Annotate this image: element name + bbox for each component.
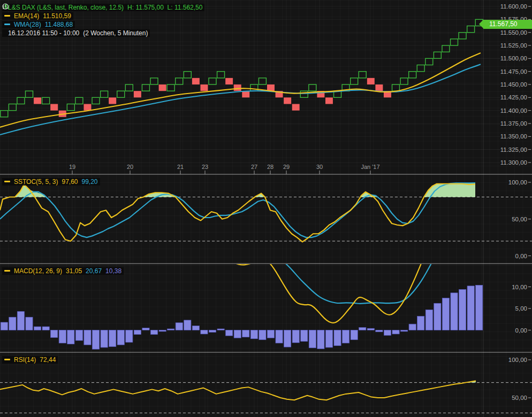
macd-bar xyxy=(192,326,199,330)
up-brick xyxy=(425,58,433,65)
up-brick xyxy=(117,91,125,97)
instrument-row: L&S DAX (L&S, last, Renko, close, 12.5) … xyxy=(2,3,204,11)
rsi-legend: RSI(14) 72,44 xyxy=(2,356,58,364)
macd-bar xyxy=(142,328,149,330)
macd-bar xyxy=(292,330,299,343)
svg-text:29: 29 xyxy=(283,164,290,170)
macd-value: 31,05 xyxy=(66,267,82,275)
up-brick xyxy=(92,97,100,104)
macd-line xyxy=(229,260,422,323)
chart-canvas[interactable]: 11.600,0011.575,0011.550,0011.525,0011.5… xyxy=(0,0,532,417)
down-brick xyxy=(225,78,233,84)
up-brick xyxy=(400,78,408,84)
svg-text:30: 30 xyxy=(316,164,323,170)
macd-bar xyxy=(334,330,341,346)
svg-text:0,00: 0,00 xyxy=(515,253,527,259)
price-tag-arrow-icon xyxy=(479,20,483,28)
macd-bar xyxy=(367,328,374,330)
svg-text:11.400,00: 11.400,00 xyxy=(500,107,527,114)
macd-bar xyxy=(234,330,241,338)
macd-signal-line xyxy=(279,257,435,303)
svg-text:11.500,00: 11.500,00 xyxy=(500,55,527,61)
macd-bar xyxy=(134,330,141,335)
down-brick xyxy=(192,78,200,84)
macd-label: MACD(12, 26, 9) xyxy=(14,267,62,275)
last-price-value: 11.567,50 xyxy=(489,20,518,28)
up-brick xyxy=(75,97,83,104)
svg-text:11.525,00: 11.525,00 xyxy=(500,42,527,49)
macd-bar xyxy=(309,330,316,348)
svg-text:20: 20 xyxy=(127,164,133,170)
macd-bar xyxy=(176,323,183,330)
macd-legend: MACD(12, 26, 9) 31,05 20,67 10,38 xyxy=(2,267,124,275)
up-brick xyxy=(9,104,16,110)
macd-bar xyxy=(184,320,191,330)
macd-bar xyxy=(267,330,274,338)
macd-bar xyxy=(17,312,24,330)
svg-text:19: 19 xyxy=(69,164,75,170)
up-brick xyxy=(167,84,174,91)
rsi-swatch-icon xyxy=(4,359,10,360)
up-brick xyxy=(26,91,33,97)
svg-text:11.350,00: 11.350,00 xyxy=(500,133,527,140)
svg-text:10,00: 10,00 xyxy=(512,284,527,290)
macd-bar xyxy=(34,327,41,330)
macd-bar xyxy=(392,330,399,334)
macd-bar xyxy=(226,330,233,336)
svg-text:50,00: 50,00 xyxy=(512,216,527,222)
macd-bar xyxy=(26,317,33,330)
svg-text:11.375,00: 11.375,00 xyxy=(500,120,527,127)
macd-swatch-icon xyxy=(4,270,10,272)
up-brick xyxy=(309,84,316,91)
down-brick xyxy=(367,78,375,84)
up-brick xyxy=(125,84,133,91)
macd-bar xyxy=(451,293,458,330)
macd-bar xyxy=(101,330,108,348)
svg-text:100,00: 100,00 xyxy=(508,357,527,363)
macd-bar xyxy=(409,324,416,330)
time-axis[interactable]: 1920212327282930Jan '17 xyxy=(69,164,380,174)
macd-bar xyxy=(351,330,358,340)
down-brick xyxy=(267,84,275,91)
timestamp-row: 16.12.2016 11:50 - 10:00 (2 Wochen, 5 Mi… xyxy=(2,29,204,37)
down-brick xyxy=(234,84,241,91)
macd-bar xyxy=(92,330,99,350)
macd-bar xyxy=(467,286,474,330)
macd-bar xyxy=(217,329,224,330)
up-brick xyxy=(359,72,366,78)
high-low-readout: H: 11.575,00 L: 11.562,50 xyxy=(127,4,202,11)
wma-swatch-icon xyxy=(4,24,10,25)
macd-bar xyxy=(150,330,157,335)
macd-bar xyxy=(401,330,408,331)
svg-text:27: 27 xyxy=(251,164,257,170)
down-brick xyxy=(325,97,333,104)
macd-hist-value: 10,38 xyxy=(105,267,121,275)
macd-bar xyxy=(425,310,432,330)
ema-swatch-icon xyxy=(4,15,10,17)
macd-bar xyxy=(51,330,58,338)
sstoc-k-value: 97,60 xyxy=(62,178,78,186)
gridlines xyxy=(0,0,532,417)
up-brick xyxy=(459,33,466,39)
up-brick xyxy=(259,78,266,84)
macd-bar xyxy=(42,327,49,330)
down-brick xyxy=(34,97,41,104)
up-brick xyxy=(67,104,74,110)
down-brick xyxy=(50,104,58,110)
up-brick xyxy=(1,111,8,117)
macd-bar xyxy=(250,330,257,339)
macd-bar xyxy=(201,330,208,334)
macd-bar xyxy=(417,316,424,330)
macd-bar xyxy=(9,317,16,330)
sstoc-legend: SSTOC(5, 5, 3) 97,60 99,20 xyxy=(2,177,100,186)
up-brick xyxy=(17,97,25,104)
macd-bar xyxy=(359,328,366,330)
svg-text:28: 28 xyxy=(267,164,273,170)
sstoc-swatch-icon xyxy=(4,181,10,182)
down-brick xyxy=(200,84,208,91)
ema-row: EMA(14) 11.510,59 xyxy=(2,12,204,20)
macd-bar xyxy=(75,330,82,341)
macd-bar xyxy=(242,330,249,337)
price-axis[interactable]: 11.600,0011.575,0011.550,0011.525,0011.5… xyxy=(500,3,531,401)
up-brick xyxy=(217,72,225,78)
